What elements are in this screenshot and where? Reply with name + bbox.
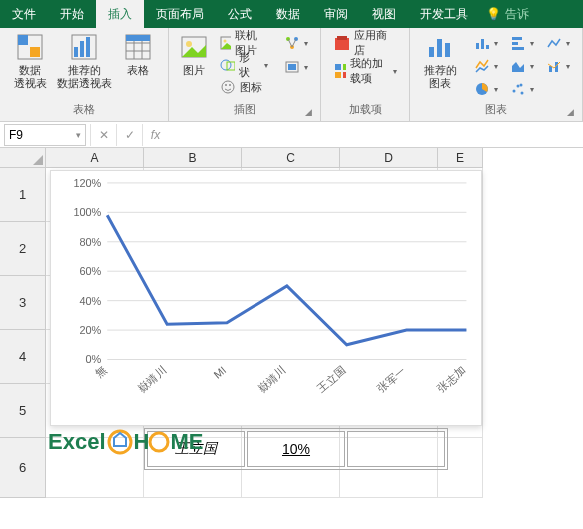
svg-rect-33 <box>335 72 341 78</box>
group-illus-label: 插图◢ <box>177 100 312 119</box>
confirm-button[interactable]: ✓ <box>116 124 142 146</box>
tell-me-label: 告诉 <box>505 6 529 23</box>
shapes-button[interactable]: 形状▾ <box>216 54 272 76</box>
svg-point-50 <box>521 92 524 95</box>
addins-icon <box>333 62 346 80</box>
svg-text:40%: 40% <box>79 295 101 307</box>
svg-rect-36 <box>437 39 442 57</box>
online-pic-icon <box>220 35 232 51</box>
svg-marker-44 <box>512 62 524 72</box>
row-header-3[interactable]: 3 <box>0 276 46 330</box>
tab-data[interactable]: 数据 <box>264 0 312 28</box>
dropdown-icon: ▾ <box>566 62 570 71</box>
dropdown-icon: ▾ <box>393 67 397 76</box>
screenshot-button[interactable]: ▾ <box>280 56 312 78</box>
group-charts-label: 图表◢ <box>418 100 574 119</box>
area-chart-icon <box>510 58 526 74</box>
chart-area-button[interactable]: ▾ <box>506 55 538 77</box>
svg-rect-4 <box>74 47 78 57</box>
svg-text:60%: 60% <box>79 265 101 277</box>
svg-point-74 <box>150 433 168 451</box>
embedded-chart[interactable]: 0%20%40%60%80%100%120%無嶽靖川MI嶽靖川王立国张军一张志加 <box>50 170 482 426</box>
formula-input[interactable] <box>168 124 583 146</box>
picture-icon <box>179 32 209 62</box>
col-header-a[interactable]: A <box>46 148 144 168</box>
tab-file[interactable]: 文件 <box>0 0 48 28</box>
dropdown-icon: ▾ <box>566 39 570 48</box>
launcher-icon[interactable]: ◢ <box>567 107 574 117</box>
tab-formula[interactable]: 公式 <box>216 0 264 28</box>
svg-point-14 <box>186 41 192 47</box>
pivot-table-icon <box>15 32 45 62</box>
x-icon: ✕ <box>99 128 109 142</box>
cells-area[interactable]: 0%20%40%60%80%100%120%無嶽靖川MI嶽靖川王立国张军一张志加… <box>46 168 583 498</box>
col-header-d[interactable]: D <box>340 148 438 168</box>
svg-line-25 <box>288 39 292 47</box>
rec-charts-button[interactable]: 推荐的 图表 <box>418 32 462 100</box>
chart-bar-button[interactable]: ▾ <box>470 32 502 54</box>
dropdown-icon: ▾ <box>494 85 498 94</box>
svg-rect-32 <box>343 64 346 70</box>
line-chart-icon <box>474 58 490 74</box>
rec-pivot-button[interactable]: 推荐的 数据透视表 <box>56 32 112 90</box>
row-header-1[interactable]: 1 <box>0 168 46 222</box>
combo-chart-icon <box>546 58 562 74</box>
row-header-4[interactable]: 4 <box>0 330 46 384</box>
svg-rect-6 <box>86 37 90 57</box>
row-header-2[interactable]: 2 <box>0 222 46 276</box>
tab-home[interactable]: 开始 <box>48 0 96 28</box>
table-cell-pct[interactable]: 10% <box>247 431 345 467</box>
name-box[interactable]: F9▾ <box>4 124 86 146</box>
table-button[interactable]: 表格 <box>116 32 160 90</box>
tab-review[interactable]: 审阅 <box>312 0 360 28</box>
chart-canvas: 0%20%40%60%80%100%120%無嶽靖川MI嶽靖川王立国张军一张志加 <box>51 171 481 425</box>
chart-line-button[interactable]: ▾ <box>470 55 502 77</box>
svg-rect-28 <box>288 64 296 70</box>
svg-rect-41 <box>512 37 522 40</box>
svg-rect-40 <box>486 45 489 49</box>
svg-rect-39 <box>481 39 484 49</box>
table-cell-empty[interactable] <box>347 431 445 467</box>
svg-rect-30 <box>337 36 347 40</box>
tell-me[interactable]: 💡 告诉 <box>480 6 535 23</box>
col-header-e[interactable]: E <box>438 148 483 168</box>
tab-insert[interactable]: 插入 <box>96 0 144 28</box>
my-addins-button[interactable]: 我的加载项▾ <box>329 60 401 82</box>
tab-layout[interactable]: 页面布局 <box>144 0 216 28</box>
store-button[interactable]: 应用商店 <box>329 32 401 54</box>
svg-rect-35 <box>429 47 434 57</box>
pivot-table-button[interactable]: 数据 透视表 <box>8 32 52 90</box>
group-addins-label: 加载项 <box>329 100 401 119</box>
smartart-button[interactable]: ▾ <box>280 32 312 54</box>
chart-hbar-button[interactable]: ▾ <box>506 32 538 54</box>
svg-text:0%: 0% <box>86 353 102 365</box>
col-header-b[interactable]: B <box>144 148 242 168</box>
logo-cel: cel <box>75 429 106 455</box>
dropdown-icon: ▾ <box>264 61 268 70</box>
excelhome-logo: ExcelHME <box>48 428 203 456</box>
picture-button[interactable]: 图片 <box>177 32 212 77</box>
launcher-icon[interactable]: ◢ <box>305 107 312 117</box>
cancel-button[interactable]: ✕ <box>90 124 116 146</box>
col-header-c[interactable]: C <box>242 148 340 168</box>
chart-scatter-button[interactable]: ▾ <box>506 78 538 100</box>
svg-line-26 <box>292 39 296 47</box>
dropdown-icon: ▾ <box>304 39 308 48</box>
table-label: 表格 <box>127 64 149 77</box>
svg-text:100%: 100% <box>73 206 101 218</box>
fx-button[interactable]: fx <box>142 124 168 146</box>
svg-rect-42 <box>512 42 518 45</box>
chart-combo-button[interactable]: ▾ <box>542 55 574 77</box>
tab-view[interactable]: 视图 <box>360 0 408 28</box>
tab-dev[interactable]: 开发工具 <box>408 0 480 28</box>
rec-charts-label: 推荐的 图表 <box>424 64 457 90</box>
picture-label: 图片 <box>183 64 205 77</box>
svg-point-49 <box>517 85 520 88</box>
icons-button[interactable]: 图标 <box>216 76 272 98</box>
worksheet: A B C D E 1 2 3 4 5 6 0%20%40%60%80%100%… <box>0 148 583 498</box>
select-all-corner[interactable] <box>0 148 46 168</box>
row-header-5[interactable]: 5 <box>0 384 46 438</box>
chart-stock-button[interactable]: ▾ <box>542 32 574 54</box>
chart-pie-button[interactable]: ▾ <box>470 78 502 100</box>
row-header-6[interactable]: 6 <box>0 438 46 498</box>
